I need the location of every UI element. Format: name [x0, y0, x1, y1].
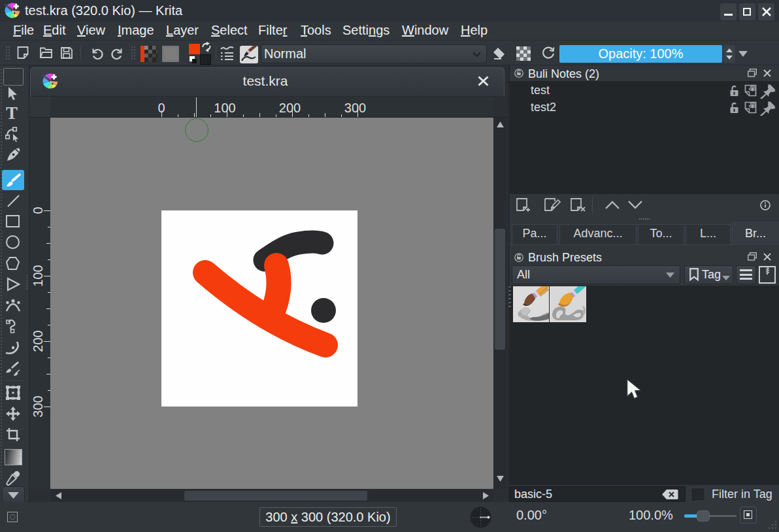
svg-text:200: 200: [31, 330, 45, 352]
svg-text:0: 0: [31, 207, 45, 214]
svg-text:300: 300: [344, 101, 366, 115]
svg-text:100: 100: [214, 101, 235, 115]
svg-text:0: 0: [157, 101, 165, 115]
svg-text:300: 300: [31, 395, 45, 417]
svg-text:200: 200: [279, 101, 301, 115]
svg-text:100: 100: [31, 265, 45, 286]
